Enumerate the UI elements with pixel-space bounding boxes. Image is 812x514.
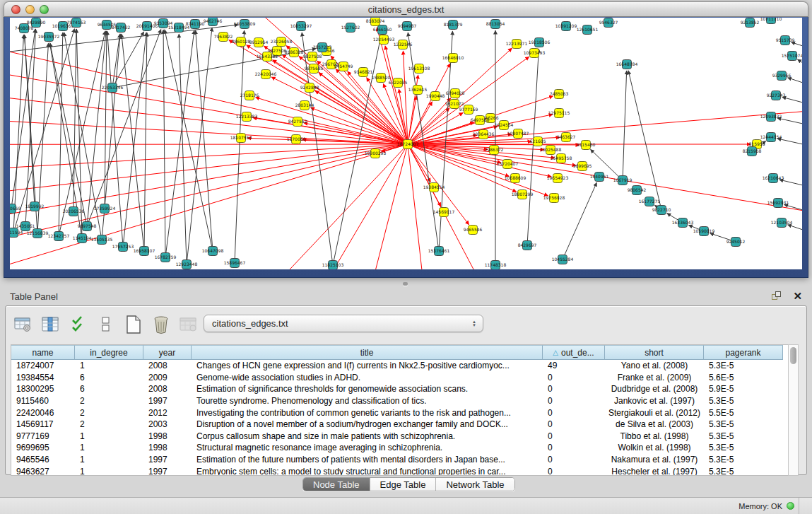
network-selector-dropdown[interactable]: citations_edges.txt ▲▼ [204, 315, 483, 332]
scrollbar-thumb[interactable] [790, 347, 796, 364]
table-cell[interactable]: 9699695 [11, 442, 75, 454]
table-cell[interactable]: 2008 [143, 360, 192, 372]
table-cell[interactable]: Franke et al. (2009) [605, 372, 704, 384]
table-cell[interactable]: 0 [543, 383, 605, 395]
table-cell[interactable]: 2003 [143, 419, 192, 431]
table-cell[interactable]: 0 [543, 465, 605, 476]
table-cell[interactable]: 1997 [143, 465, 192, 476]
table-cell[interactable]: 9115460 [11, 395, 75, 407]
table-cell[interactable]: 9465546 [11, 454, 75, 466]
table-cell[interactable]: Wolkin et al. (1998) [605, 442, 704, 454]
table-row[interactable]: 1830029562008Estimation of significance … [11, 383, 788, 395]
close-window-button[interactable] [11, 5, 20, 14]
table-cell[interactable]: 18300295 [11, 383, 75, 395]
table-row[interactable]: 977716911998Corpus callosum shape and si… [11, 431, 788, 443]
table-cell[interactable]: Nakamura et al. (1997) [605, 454, 704, 466]
tab-node-table[interactable]: Node Table [303, 478, 370, 491]
zoom-window-button[interactable] [40, 5, 49, 14]
table-row[interactable]: 1938455462009Genome-wide association stu… [11, 372, 788, 384]
window-titlebar[interactable]: citations_edges.txt [4, 1, 808, 17]
table-cell[interactable]: 9777169 [11, 431, 75, 443]
table-cell[interactable]: 5.3E-5 [704, 442, 783, 454]
table-cell[interactable]: 5.3E-5 [704, 395, 783, 407]
table-cell[interactable]: 6 [75, 383, 143, 395]
table-cell[interactable]: 0 [543, 372, 605, 384]
rows-icon[interactable] [95, 314, 117, 335]
table-cell[interactable]: 2008 [143, 383, 192, 395]
table-cell[interactable]: Jankovic et al. (1997) [605, 395, 704, 407]
table-cell[interactable]: 18724007 [11, 360, 75, 372]
new-document-icon[interactable] [123, 314, 144, 335]
table-row[interactable]: 2242004622012Investigating the contribut… [11, 407, 788, 419]
column-header-year[interactable]: year [143, 345, 192, 360]
column-header-short[interactable]: short [605, 345, 704, 360]
table-cell[interactable]: Genome-wide association studies in ADHD. [192, 372, 543, 384]
close-panel-icon[interactable]: ✕ [793, 291, 802, 301]
table-cell[interactable]: 1 [75, 442, 143, 454]
table-vertical-scrollbar[interactable] [788, 344, 799, 476]
table-cell[interactable]: 5.5E-5 [704, 407, 783, 419]
table-cell[interactable]: 19384554 [11, 372, 75, 384]
table-cell[interactable]: Corpus callosum shape and size in male p… [192, 431, 543, 443]
tab-network-table[interactable]: Network Table [436, 478, 514, 491]
table-cell[interactable]: Embryonic stem cells: a model to study s… [192, 465, 543, 476]
table-cell[interactable]: 2 [75, 395, 143, 407]
table-cell[interactable]: 49 [543, 360, 605, 372]
table-cell[interactable]: 1998 [143, 442, 192, 454]
table-row[interactable]: 969969511998Structural magnetic resonanc… [11, 442, 788, 454]
float-panel-icon[interactable] [772, 291, 783, 301]
table-row[interactable]: 1872400712008Changes of HCN gene express… [11, 360, 788, 372]
table-cell[interactable]: 14569117 [11, 419, 75, 431]
table-cell[interactable]: 1 [75, 454, 143, 466]
table-cell[interactable]: 0 [543, 454, 605, 466]
table-cell[interactable]: Hescheler et al. (1997) [605, 465, 704, 476]
table-row[interactable]: 1456911722003Disruption of a novel membe… [11, 419, 788, 431]
table-cell[interactable]: 5.3E-5 [704, 454, 783, 466]
table-row[interactable]: 911546021997Tourette syndrome. Phenomeno… [11, 395, 788, 407]
table-cell[interactable]: Estimation of significance thresholds fo… [192, 383, 543, 395]
column-header-outde[interactable]: △out_de... [543, 345, 605, 360]
minimize-window-button[interactable] [25, 5, 35, 14]
table-cell[interactable]: Tourette syndrome. Phenomenology and cla… [192, 395, 543, 407]
table-cell[interactable]: 5.6E-5 [704, 372, 783, 384]
table-cell[interactable]: 0 [543, 395, 605, 407]
table-cell[interactable]: Investigating the contribution of common… [192, 407, 543, 419]
table-cell[interactable]: 1998 [143, 431, 192, 443]
table-cell[interactable]: 5.3E-5 [704, 431, 783, 443]
column-header-name[interactable]: name [11, 345, 75, 360]
table-row[interactable]: 946362711997Embryonic stem cells: a mode… [11, 465, 788, 476]
tab-edge-table[interactable]: Edge Table [370, 478, 437, 491]
table-cell[interactable]: 6 [75, 372, 143, 384]
delete-trash-icon[interactable] [151, 314, 172, 335]
column-header-title[interactable]: title [192, 345, 543, 360]
table-cell[interactable]: 0 [543, 442, 605, 454]
table-cell[interactable]: 1997 [143, 454, 192, 466]
column-header-pagerank[interactable]: pagerank [704, 345, 783, 360]
table-cell[interactable]: 0 [543, 407, 605, 419]
table-cell[interactable]: 2009 [143, 372, 192, 384]
table-cell[interactable]: 0 [543, 431, 605, 443]
table-cell[interactable]: Dudbridge et al. (2008) [605, 383, 704, 395]
table-cell[interactable]: 0 [543, 419, 605, 431]
table-cell[interactable]: 5.3E-5 [704, 360, 783, 372]
table-cell[interactable]: Stergiakouli et al. (2012) [605, 407, 704, 419]
table-cell[interactable]: Changes of HCN gene expression and I(f) … [192, 360, 543, 372]
table-cell[interactable]: 9463627 [11, 465, 75, 476]
table-cell[interactable]: 22420046 [11, 407, 75, 419]
table-cell[interactable]: de Silva et al. (2003) [605, 419, 704, 431]
table-cell[interactable]: 2012 [143, 407, 192, 419]
panel-splitter-handle[interactable] [403, 282, 408, 286]
table-cell[interactable]: 5.3E-5 [704, 419, 783, 431]
column-header-indegree[interactable]: in_degree [75, 345, 143, 360]
table-cell[interactable]: Disruption of a novel member of a sodium… [192, 419, 543, 431]
table-cell[interactable]: Structural magnetic resonance image aver… [192, 442, 543, 454]
table-cell[interactable]: 5.9E-5 [704, 383, 783, 395]
table-cell[interactable]: 1 [75, 360, 143, 372]
select-all-checks-icon[interactable] [68, 314, 89, 335]
show-column-icon[interactable] [40, 314, 61, 335]
table-row[interactable]: 946554611997Estimation of the future num… [11, 454, 788, 466]
table-cell[interactable]: Estimation of the future numbers of pati… [192, 454, 543, 466]
table-cell[interactable]: Tibbo et al. (1998) [605, 431, 704, 443]
table-settings-icon[interactable] [13, 314, 34, 335]
table-cell[interactable]: Yano et al. (2008) [605, 360, 704, 372]
